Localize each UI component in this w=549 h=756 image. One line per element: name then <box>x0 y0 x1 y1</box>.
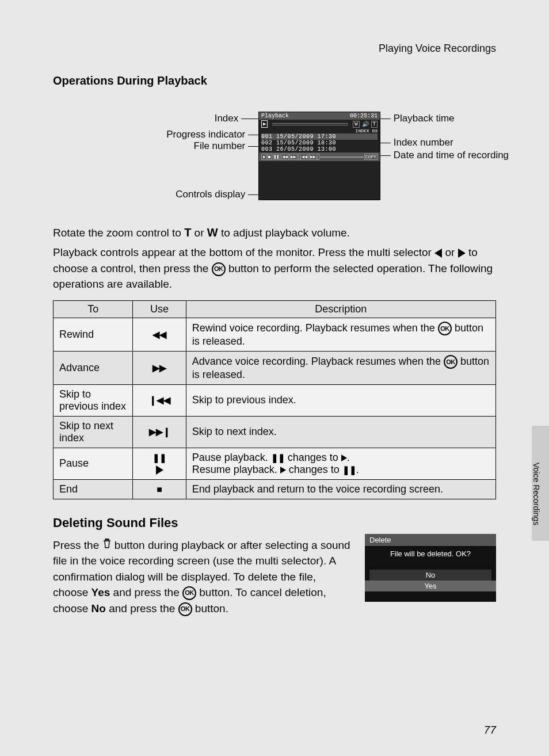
trash-icon <box>102 537 112 553</box>
th-desc: Description <box>186 300 495 318</box>
speaker-icon: 🔊 <box>362 121 369 128</box>
t-icon: T <box>371 121 378 128</box>
w-label: W <box>207 226 218 239</box>
lcd-file-row: 003 26/05/2009 13:00 <box>261 146 378 152</box>
table-row: End ■ End playback and return to the voi… <box>54 479 496 499</box>
skip-prev-icon: ❙◀◀ <box>149 395 170 405</box>
manual-page: Playing Voice Recordings Operations Duri… <box>0 0 549 756</box>
callout-playback-time: Playback time <box>394 113 455 124</box>
forward-icon: ▶▶ <box>289 154 298 160</box>
page-number: 77 <box>484 724 496 736</box>
t-label: T <box>184 226 191 239</box>
side-tab-label: Voice Recordings <box>532 426 544 525</box>
table-row: Pause ❚❚ Pause playback. ❚❚ changes to .… <box>54 448 496 479</box>
callout-controls: Controls display <box>176 189 245 200</box>
lcd-controls: ● ■ ❚❚ ◀◀ ▶▶ |◀◀ ▶▶| COPY <box>259 152 380 161</box>
th-use: Use <box>133 300 186 318</box>
ok-button-icon: OK <box>438 322 452 335</box>
section-title-operations: Operations During Playback <box>53 74 496 87</box>
left-arrow-icon <box>434 249 442 258</box>
ok-button-icon: OK <box>182 586 196 600</box>
play-icon <box>280 467 286 474</box>
dialog-title: Delete <box>365 534 496 546</box>
skip-next-icon: ▶▶| <box>309 154 319 160</box>
operations-table: To Use Description Rewind ◀◀ Rewind voic… <box>53 300 496 499</box>
table-row: Advance ▶▶ Advance voice recording. Play… <box>54 351 496 384</box>
rewind-icon: ◀◀ <box>281 154 289 160</box>
stop-icon: ■ <box>157 484 162 494</box>
callout-index-num: Index number <box>394 137 453 148</box>
lcd-file-row: 001 15/05/2009 17:30 <box>261 133 378 140</box>
ok-button-icon: OK <box>444 355 458 369</box>
lcd-time: 00:25:31 <box>350 113 378 119</box>
dialog-no-option[interactable]: No <box>369 570 491 581</box>
pause-icon: ❚❚ <box>342 465 356 475</box>
pause-icon: ❚❚ <box>152 453 166 463</box>
side-tab: Voice Recordings <box>532 426 549 541</box>
pause-icon: ❚❚ <box>273 154 281 160</box>
record-icon: ● <box>261 154 266 160</box>
dialog-yes-option[interactable]: Yes <box>365 581 496 591</box>
delete-dialog: Delete File will be deleted. OK? No Yes <box>365 534 496 602</box>
callout-file-num: File number <box>194 140 246 151</box>
right-arrow-icon <box>458 249 466 258</box>
dialog-message: File will be deleted. OK? <box>365 546 496 559</box>
table-row: Skip to previous index ❙◀◀ Skip to previ… <box>54 384 496 416</box>
playback-diagram: Index Progress indicator File number Con… <box>113 105 436 214</box>
th-to: To <box>54 300 133 318</box>
delete-paragraph: Press the button during playback or afte… <box>53 537 351 620</box>
skip-next-icon: ▶▶❙ <box>149 427 170 437</box>
page-header: Playing Voice Recordings <box>53 43 496 55</box>
table-row: Skip to next index ▶▶❙ Skip to next inde… <box>54 416 496 448</box>
play-icon <box>156 465 163 475</box>
callout-progress: Progress indicator <box>166 129 245 140</box>
section-title-deleting: Deleting Sound Files <box>53 516 496 530</box>
lcd-index: INDEX 03 <box>259 128 380 133</box>
ok-button-icon: OK <box>178 602 192 616</box>
lcd-screen: Playback 00:25:31 ▶ W 🔊 T INDEX 03 001 1… <box>258 112 380 200</box>
copy-label: COPY <box>364 154 378 160</box>
rewind-icon: ◀◀ <box>152 330 166 339</box>
lcd-file-row: 002 15/05/2009 18:30 <box>261 140 378 146</box>
play-icon <box>341 455 347 461</box>
forward-icon: ▶▶ <box>152 363 166 373</box>
callout-index: Index <box>215 113 239 124</box>
ok-button-icon: OK <box>212 262 226 276</box>
skip-prev-icon: |◀◀ <box>298 154 308 160</box>
paragraph-volume: Rotate the zoom control to T or W to adj… <box>53 224 496 292</box>
pause-icon: ❚❚ <box>271 453 285 463</box>
stop-icon: ■ <box>267 154 272 160</box>
lcd-file-list: 001 15/05/2009 17:30 002 15/05/2009 18:3… <box>259 133 380 152</box>
w-icon: W <box>353 121 359 128</box>
table-row: Rewind ◀◀ Rewind voice recording. Playba… <box>54 318 496 351</box>
callout-date-time: Date and time of recording <box>394 150 509 161</box>
play-indicator-icon: ▶ <box>261 120 268 128</box>
lcd-title: Playback <box>261 113 289 119</box>
